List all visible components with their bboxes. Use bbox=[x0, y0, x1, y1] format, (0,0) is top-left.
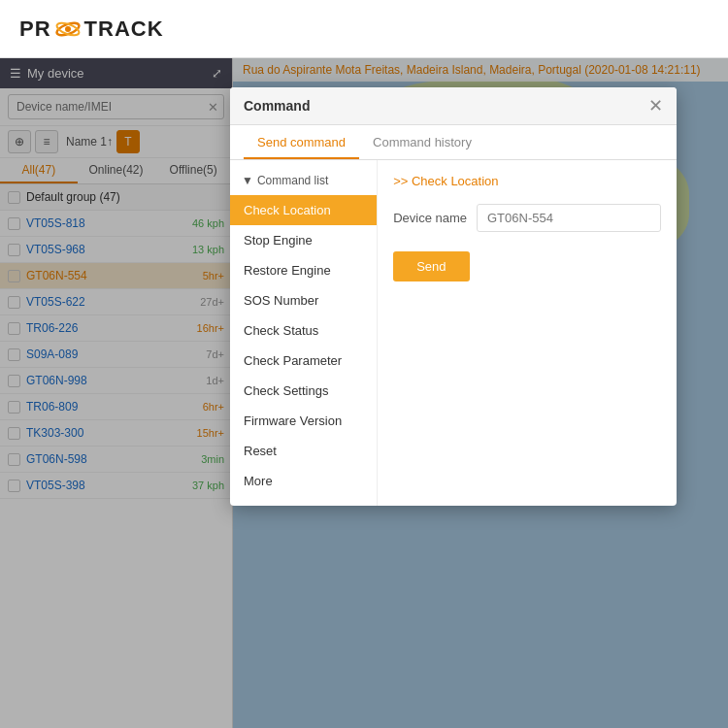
command-item-reset[interactable]: Reset bbox=[230, 436, 377, 466]
command-list-panel: ▼ Command list Check Location Stop Engin… bbox=[230, 160, 378, 506]
chevron-down-icon: ▼ bbox=[242, 174, 253, 187]
command-dialog: Command ✕ Send command Command history ▼… bbox=[230, 87, 677, 506]
selected-command-label: >> Check Location bbox=[393, 174, 661, 188]
logo: PR TRACK bbox=[19, 17, 164, 42]
tab-command-history[interactable]: Command history bbox=[359, 125, 485, 159]
command-item-check-parameter[interactable]: Check Parameter bbox=[230, 346, 377, 376]
command-item-sos-number[interactable]: SOS Number bbox=[230, 285, 377, 315]
device-name-label: Device name bbox=[393, 211, 467, 225]
header: PR TRACK bbox=[0, 0, 728, 58]
logo-text-pre: PR bbox=[19, 17, 51, 42]
command-item-firmware-version[interactable]: Firmware Version bbox=[230, 406, 377, 436]
tab-send-command[interactable]: Send command bbox=[244, 125, 359, 159]
main-layout: ☰ My device ⤢ ✕ ⊕ ≡ Name 1↑ T All(47) On… bbox=[0, 58, 728, 728]
command-item-stop-engine[interactable]: Stop Engine bbox=[230, 225, 377, 255]
device-name-input[interactable] bbox=[477, 204, 661, 232]
command-list-label: Command list bbox=[257, 174, 328, 187]
logo-text-post: TRACK bbox=[84, 17, 164, 42]
dialog-close-button[interactable]: ✕ bbox=[648, 97, 663, 115]
logo-icon bbox=[55, 17, 81, 42]
dialog-titlebar: Command ✕ bbox=[230, 87, 677, 125]
send-button[interactable]: Send bbox=[393, 251, 469, 281]
command-item-more[interactable]: More bbox=[230, 466, 377, 496]
device-name-row: Device name bbox=[393, 204, 661, 232]
dialog-title: Command bbox=[244, 98, 310, 114]
dialog-tabs: Send command Command history bbox=[230, 125, 677, 160]
command-list-header: ▼ Command list bbox=[230, 170, 377, 195]
command-item-check-settings[interactable]: Check Settings bbox=[230, 376, 377, 406]
command-item-check-status[interactable]: Check Status bbox=[230, 315, 377, 346]
dialog-body: ▼ Command list Check Location Stop Engin… bbox=[230, 160, 677, 506]
command-item-check-location[interactable]: Check Location bbox=[230, 195, 377, 225]
command-item-restore-engine[interactable]: Restore Engine bbox=[230, 255, 377, 285]
svg-point-2 bbox=[65, 26, 71, 32]
command-detail-panel: >> Check Location Device name Send bbox=[378, 160, 677, 506]
